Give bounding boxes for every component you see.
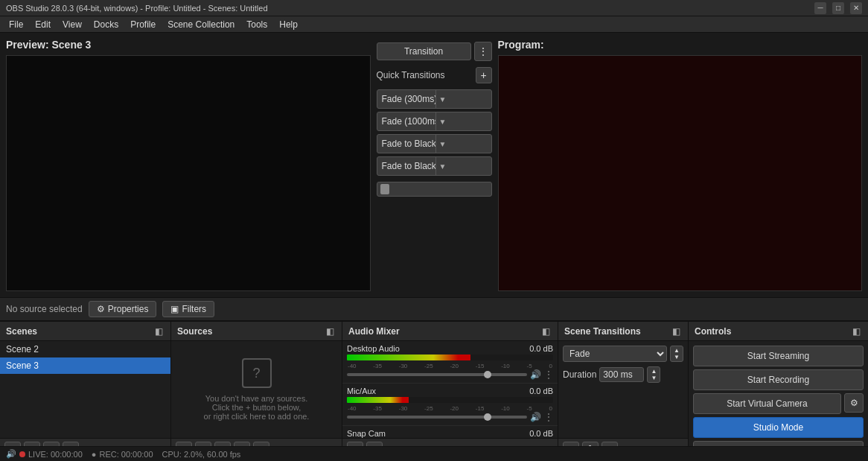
trans-type-row: Fade ▲▼ [563, 346, 683, 362]
controls-body: Start Streaming Start Recording Start Vi… [689, 341, 868, 461]
desktop-audio-menu-button[interactable]: ⋮ [544, 369, 553, 380]
close-button[interactable]: ✕ [850, 2, 862, 14]
audio-mixer-panel: Audio Mixer ◧ Desktop Audio 0.0 dB -40-3… [342, 322, 558, 461]
dropdown-arrow-3: ▼ [435, 135, 491, 153]
maximize-button[interactable]: □ [832, 2, 844, 14]
mic-audio-name: Mic/Aux [347, 387, 376, 395]
sources-collapse-button[interactable]: ◧ [325, 325, 336, 338]
no-source-label: No source selected [6, 304, 83, 314]
scenes-list: Scene 2 Scene 3 [0, 341, 170, 438]
menu-edit[interactable]: Edit [29, 18, 57, 31]
add-quick-transition-button[interactable]: + [476, 67, 492, 83]
transition-progress[interactable] [377, 182, 492, 197]
mic-vol-slider[interactable] [347, 416, 527, 419]
menu-tools[interactable]: Tools [240, 18, 273, 31]
controls-collapse-button[interactable]: ◧ [851, 325, 862, 338]
title-bar: OBS Studio 28.0.3 (64-bit, windows) - Pr… [0, 0, 868, 16]
mic-audio-fill [347, 397, 409, 403]
program-section: Program: [498, 39, 863, 291]
duration-label: Duration [563, 369, 596, 380]
quick-transitions-label: Quick Transitions [377, 70, 445, 80]
studio-mode-button[interactable]: Studio Mode [693, 417, 864, 438]
start-virtual-camera-button[interactable]: Start Virtual Camera [693, 393, 841, 414]
menu-docks[interactable]: Docks [88, 18, 124, 31]
trans-type-spinner[interactable]: ▲▼ [670, 346, 683, 362]
dropdown-arrow-4: ▼ [435, 157, 491, 175]
preview-canvas[interactable] [6, 55, 371, 291]
dropdown-arrow-1: ▼ [435, 90, 491, 108]
live-text: LIVE: 00:00:00 [28, 450, 83, 459]
properties-button[interactable]: ⚙ Properties [89, 301, 157, 317]
program-canvas[interactable] [498, 55, 863, 291]
menu-profile[interactable]: Profile [124, 18, 162, 31]
live-indicator [19, 451, 25, 457]
duration-row: Duration ▲▼ [563, 366, 683, 383]
program-label: Program: [498, 39, 863, 51]
menu-scene-collection[interactable]: Scene Collection [162, 18, 240, 31]
sources-empty-msg: You don't have any sources.Click the + b… [204, 394, 310, 421]
start-recording-button[interactable]: Start Recording [693, 369, 864, 390]
controls-panel-header: Controls ◧ [689, 322, 868, 341]
status-live: 🔊 LIVE: 00:00:00 [6, 449, 83, 459]
desktop-vol-thumb [484, 371, 491, 378]
rec-text: REC: 00:00:00 [99, 450, 153, 459]
title-bar-controls: ─ □ ✕ [814, 2, 862, 14]
audio-track-desktop-header: Desktop Audio 0.0 dB [347, 344, 553, 353]
transition-dropdown-2[interactable]: Fade (1000ms) ▼ [377, 112, 492, 131]
scene-item-2[interactable]: Scene 2 [0, 341, 170, 357]
transition-panel: Transition ⋮ Quick Transitions + Fade (3… [377, 39, 492, 291]
sources-panel-title: Sources [177, 326, 212, 337]
audio-track-desktop: Desktop Audio 0.0 dB -40-35-30-25-20-15-… [342, 341, 558, 384]
transition-dropdown-1[interactable]: Fade (300ms) ▼ [377, 89, 492, 109]
minimize-button[interactable]: ─ [814, 2, 826, 14]
sources-panel-header: Sources ◧ [171, 322, 342, 341]
duration-spinner[interactable]: ▲▼ [647, 366, 660, 383]
status-bar: 🔊 LIVE: 00:00:00 ● REC: 00:00:00 CPU: 2.… [0, 446, 868, 461]
menu-bar: File Edit View Docks Profile Scene Colle… [0, 16, 868, 33]
scene-item-3[interactable]: Scene 3 [0, 357, 170, 374]
mic-vol-thumb [484, 413, 491, 421]
cpu-text: CPU: 2.0%, 60.00 fps [162, 450, 241, 459]
filter-icon: ▣ [170, 304, 179, 314]
desktop-audio-controls: 🔊 ⋮ [347, 369, 553, 380]
desktop-audio-db: 0.0 dB [529, 344, 553, 353]
audio-track-snap: Snap Cam 0.0 dB -40-35-30-25-20-15-10-50… [342, 426, 558, 438]
trans-type-select[interactable]: Fade [563, 346, 667, 362]
transitions-collapse-button[interactable]: ◧ [671, 325, 682, 338]
audio-collapse-button[interactable]: ◧ [540, 325, 552, 338]
transitions-panel-title: Scene Transitions [564, 326, 641, 337]
filters-button[interactable]: ▣ Filters [162, 301, 214, 317]
transition-menu-button[interactable]: ⋮ [474, 42, 492, 61]
transition-top: Transition ⋮ [377, 42, 492, 61]
dropdown-arrow-2: ▼ [435, 112, 491, 130]
bottom-panels: Scenes ◧ Scene 2 Scene 3 + 🗑 ▲ ▼ Sources… [0, 321, 868, 461]
desktop-audio-ticks: -40-35-30-25-20-15-10-50 [347, 363, 553, 369]
desktop-audio-name: Desktop Audio [347, 344, 400, 353]
virtual-camera-settings-button[interactable]: ⚙ [844, 393, 864, 413]
scene-transitions-panel: Scene Transitions ◧ Fade ▲▼ Duration ▲▼ [558, 322, 689, 461]
desktop-vol-slider[interactable] [347, 373, 527, 376]
menu-view[interactable]: View [57, 18, 88, 31]
duration-input[interactable] [599, 367, 644, 382]
start-streaming-button[interactable]: Start Streaming [693, 346, 864, 366]
scenes-collapse-button[interactable]: ◧ [153, 325, 165, 338]
audio-panel-title: Audio Mixer [348, 326, 400, 337]
scenes-panel-header: Scenes ◧ [0, 322, 170, 341]
title-bar-text: OBS Studio 28.0.3 (64-bit, windows) - Pr… [6, 4, 268, 13]
controls-panel: Controls ◧ Start Streaming Start Recordi… [689, 322, 868, 461]
scenes-panel-title: Scenes [6, 326, 37, 337]
menu-help[interactable]: Help [273, 18, 304, 31]
desktop-mute-button[interactable]: 🔊 [530, 369, 541, 380]
preview-area: Preview: Scene 3 Transition ⋮ Quick Tran… [0, 33, 868, 297]
sources-empty[interactable]: ? You don't have any sources.Click the +… [171, 341, 342, 438]
scenes-panel: Scenes ◧ Scene 2 Scene 3 + 🗑 ▲ ▼ [0, 322, 171, 461]
desktop-audio-fill [347, 355, 470, 360]
mic-audio-menu-button[interactable]: ⋮ [544, 412, 553, 422]
question-mark-icon: ? [242, 358, 272, 388]
mic-mute-button[interactable]: 🔊 [530, 412, 541, 422]
transition-dropdown-4[interactable]: Fade to Black (300ms) ▼ [377, 156, 492, 176]
transition-dropdown-3[interactable]: Fade to Black (300ms) ▼ [377, 134, 492, 153]
menu-file[interactable]: File [3, 18, 29, 31]
progress-thumb [380, 184, 389, 194]
transition-button[interactable]: Transition [377, 42, 471, 60]
